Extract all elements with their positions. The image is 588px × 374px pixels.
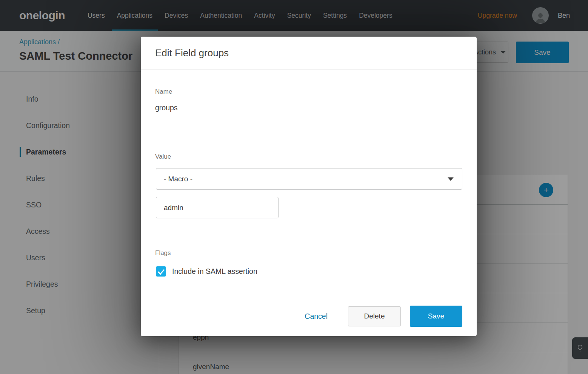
include-saml-label: Include in SAML assertion	[172, 267, 257, 276]
macro-select-value: - Macro -	[164, 175, 192, 183]
delete-button[interactable]: Delete	[348, 306, 401, 326]
dialog-header: Edit Field groups	[141, 37, 477, 70]
include-saml-checkbox[interactable]	[156, 266, 166, 277]
dialog-title: Edit Field groups	[155, 47, 229, 59]
chevron-down-icon	[448, 177, 454, 181]
save-button[interactable]: Save	[410, 306, 462, 327]
flags-label: Flags	[155, 249, 171, 257]
flag-row: Include in SAML assertion	[156, 266, 257, 277]
name-value: groups	[155, 104, 178, 112]
macro-select[interactable]: - Macro -	[156, 168, 462, 190]
cancel-button[interactable]: Cancel	[305, 312, 328, 321]
value-input[interactable]	[156, 197, 279, 218]
dialog-footer: Cancel Delete Save	[141, 296, 477, 336]
name-label: Name	[155, 88, 172, 96]
value-label: Value	[155, 153, 171, 161]
edit-field-dialog: Edit Field groups Name groups Value - Ma…	[141, 37, 477, 336]
